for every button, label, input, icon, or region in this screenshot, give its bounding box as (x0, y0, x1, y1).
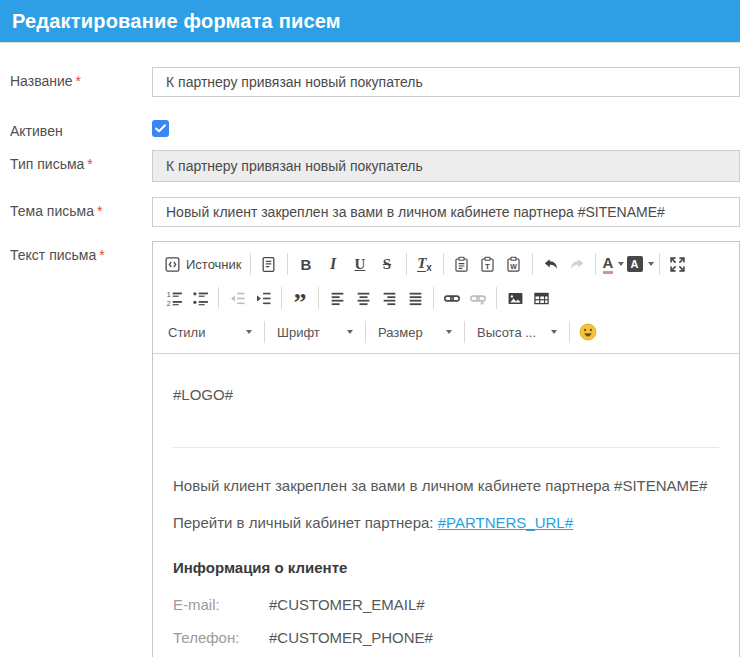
toolbar-separator (264, 321, 265, 343)
page-header: Редактирование формата писем (0, 0, 740, 43)
info-row-email: E-mail: #CUSTOMER_EMAIL# (173, 596, 719, 613)
content-paragraph: Новый клиент закреплен за вами в личном … (173, 477, 719, 494)
bulleted-list-button[interactable] (187, 285, 213, 311)
strikethrough-button[interactable]: S (374, 251, 401, 277)
redo-icon (568, 256, 586, 273)
maximize-icon (669, 256, 686, 273)
decrease-indent-button[interactable] (224, 285, 250, 311)
toolbar-separator (443, 253, 444, 275)
align-left-button[interactable] (324, 285, 350, 311)
field-row-active: Активен (0, 117, 740, 139)
subject-input[interactable] (152, 197, 740, 227)
remove-format-button[interactable]: Tx (412, 251, 438, 277)
numbered-list-icon: 12 (166, 290, 183, 307)
font-dropdown[interactable]: Шрифт (270, 319, 360, 345)
paste-plain-text-button[interactable]: T (475, 251, 501, 277)
smiley-button[interactable] (575, 319, 601, 345)
paste-from-word-button[interactable]: W (501, 251, 527, 277)
link-button[interactable] (439, 285, 465, 311)
styles-dropdown[interactable]: Стили (161, 319, 259, 345)
required-asterisk: * (97, 203, 102, 219)
svg-text:2: 2 (166, 299, 170, 306)
text-color-button[interactable]: A (601, 251, 627, 277)
type-select-disabled: К партнеру привязан новый покупатель (152, 150, 740, 182)
italic-button[interactable]: I (320, 251, 347, 277)
info-row-phone: Телефон: #CUSTOMER_PHONE# (173, 629, 719, 646)
maximize-button[interactable] (665, 251, 691, 277)
name-label: Название* (0, 67, 152, 89)
justify-button[interactable] (402, 285, 428, 311)
toolbar-separator (659, 253, 660, 275)
align-left-icon (329, 290, 346, 307)
toolbar-separator (433, 287, 434, 309)
page-title: Редактирование формата писем (12, 10, 341, 33)
partners-url-link[interactable]: #PARTNERS_URL# (438, 514, 573, 531)
redo-button[interactable] (564, 251, 590, 277)
wysiwyg-editor: Источник B I U S Tx (152, 241, 740, 657)
paste-button[interactable] (449, 251, 475, 277)
blockquote-button[interactable]: ” (287, 285, 313, 311)
line-height-dropdown[interactable]: Высота ... (470, 319, 564, 345)
insert-table-button[interactable] (528, 285, 554, 311)
content-divider (173, 447, 719, 448)
toolbar-separator (406, 253, 407, 275)
align-center-icon (355, 290, 372, 307)
paste-icon (453, 256, 470, 273)
svg-text:1: 1 (166, 291, 170, 298)
chevron-down-icon (648, 262, 654, 266)
name-input[interactable] (152, 67, 740, 97)
toolbar-row-3: Стили Шрифт Размер Высота ... (161, 315, 731, 349)
editor-content[interactable]: #LOGO# Новый клиент закреплен за вами в … (153, 354, 739, 646)
required-asterisk: * (87, 156, 92, 172)
outdent-icon (229, 290, 246, 307)
size-dropdown[interactable]: Размер (371, 319, 459, 345)
toolbar-separator (281, 287, 282, 309)
toolbar-separator (365, 321, 366, 343)
toolbar-separator (287, 253, 288, 275)
svg-text:T: T (485, 261, 490, 270)
body-label: Текст письма* (0, 241, 152, 263)
source-button[interactable]: Источник (161, 251, 245, 277)
email-placeholder: #CUSTOMER_EMAIL# (269, 596, 425, 613)
indent-icon (255, 290, 272, 307)
background-color-button[interactable]: A (627, 251, 654, 277)
source-icon (164, 256, 181, 273)
undo-button[interactable] (538, 251, 564, 277)
undo-icon (542, 256, 560, 273)
svg-text:W: W (510, 262, 517, 269)
required-asterisk: * (76, 73, 81, 89)
toolbar-separator (464, 321, 465, 343)
active-checkbox[interactable] (152, 120, 169, 137)
field-row-type: Тип письма* К партнеру привязан новый по… (0, 150, 740, 182)
chevron-down-icon (551, 330, 557, 334)
align-right-icon (381, 290, 398, 307)
edit-mail-format-page: Редактирование формата писем Название* А… (0, 0, 740, 657)
field-row-subject: Тема письма* (0, 197, 740, 227)
mail-format-form: Название* Активен Тип письма* К партнеру… (0, 43, 740, 657)
toolbar-separator (569, 321, 570, 343)
templates-icon (260, 256, 277, 273)
chevron-down-icon (446, 330, 452, 334)
phone-placeholder: #CUSTOMER_PHONE# (269, 629, 433, 646)
bold-button[interactable]: B (293, 251, 320, 277)
increase-indent-button[interactable] (250, 285, 276, 311)
logo-placeholder: #LOGO# (173, 386, 719, 403)
templates-button[interactable] (256, 251, 282, 277)
align-center-button[interactable] (350, 285, 376, 311)
chevron-down-icon (618, 262, 624, 266)
underline-button[interactable]: U (347, 251, 374, 277)
toolbar-row-1: Источник B I U S Tx (161, 247, 731, 281)
insert-image-button[interactable] (502, 285, 528, 311)
source-label: Источник (186, 257, 242, 272)
field-row-name: Название* (0, 67, 740, 97)
align-right-button[interactable] (376, 285, 402, 311)
toolbar-row-2: 12 ” (161, 281, 731, 315)
link-icon (443, 290, 461, 307)
unlink-icon (469, 290, 487, 307)
type-select-value: К партнеру привязан новый покупатель (166, 158, 423, 174)
chevron-down-icon (347, 330, 353, 334)
unlink-button[interactable] (465, 285, 491, 311)
subject-label: Тема письма* (0, 197, 152, 219)
editor-toolbar: Источник B I U S Tx (153, 242, 739, 354)
numbered-list-button[interactable]: 12 (161, 285, 187, 311)
